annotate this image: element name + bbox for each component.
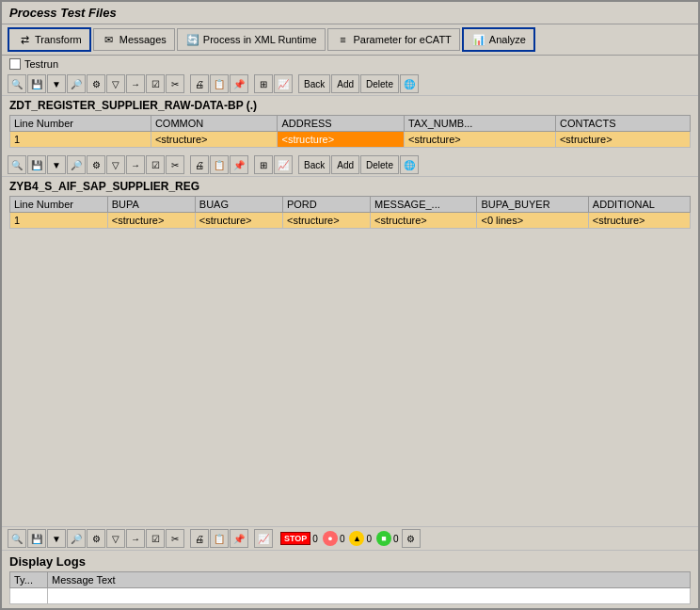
tab-transform[interactable]: ⇄ Transform	[8, 27, 91, 52]
save-btn-2[interactable]: 💾	[27, 155, 46, 174]
filter-btn-bot[interactable]: ▼	[47, 529, 66, 548]
chart-btn-1[interactable]: 📈	[274, 74, 293, 93]
table2: Line Number BUPA BUAG PORD MESSAGE_... B…	[9, 196, 691, 229]
settings2-btn-2[interactable]: 🌐	[400, 155, 419, 174]
search-btn-2[interactable]: 🔎	[67, 155, 86, 174]
settings-btn-2[interactable]: ⚙	[87, 155, 105, 174]
tab-parameter-label: Parameter for eCATT	[354, 34, 452, 45]
paste-btn-2[interactable]: 📌	[230, 155, 248, 174]
print-btn-2[interactable]: 🖨	[190, 155, 209, 174]
table1-col-linenumber: Line Number	[10, 116, 151, 132]
filter-btn-1[interactable]: ▼	[47, 74, 66, 93]
tab-bar: ⇄ Transform ✉ Messages 🔄 Process in XML …	[2, 24, 698, 56]
paste-btn-bot[interactable]: 📌	[230, 529, 248, 548]
copy-btn-bot[interactable]: 📋	[210, 529, 229, 548]
settings-btn-bot[interactable]: ⚙	[87, 529, 105, 548]
red-light-icon: ●	[323, 531, 338, 546]
table1-cell-taxnumb: <structure>	[405, 132, 556, 148]
tab-transform-label: Transform	[35, 34, 82, 45]
table2-col-pord: PORD	[282, 197, 370, 213]
cut-btn-bot[interactable]: ✂	[166, 529, 184, 548]
arrow-btn-2[interactable]: →	[126, 155, 145, 174]
filter2-btn-bot[interactable]: ▽	[106, 529, 125, 548]
table2-col-linenumber: Line Number	[10, 197, 108, 213]
delete-label-1: Delete	[366, 79, 393, 89]
testrun-checkbox[interactable]	[9, 58, 21, 70]
cut-btn-2[interactable]: ✂	[166, 155, 184, 174]
back-btn-1[interactable]: Back	[298, 74, 330, 93]
green-count: 0	[393, 534, 399, 544]
print-btn-1[interactable]: 🖨	[190, 74, 209, 93]
add-btn-1[interactable]: Add	[331, 74, 359, 93]
add-btn-2[interactable]: Add	[331, 155, 359, 174]
filter2-btn-1[interactable]: ▽	[106, 74, 125, 93]
select-btn-1[interactable]: ☑	[146, 74, 165, 93]
settings3-btn-bot[interactable]: ⚙	[402, 529, 421, 548]
copy-btn-1[interactable]: 📋	[210, 74, 229, 93]
window-title: Process Test Files	[9, 6, 117, 20]
cut-btn-1[interactable]: ✂	[166, 74, 184, 93]
parameter-icon: ≡	[336, 32, 351, 47]
table2-col-bupa: BUPA	[107, 197, 195, 213]
zoom-btn-1[interactable]: 🔍	[8, 74, 26, 93]
settings-btn-1[interactable]: ⚙	[87, 74, 105, 93]
chart-btn-2[interactable]: 📈	[274, 155, 293, 174]
zoom-btn-2[interactable]: 🔍	[8, 155, 26, 174]
spacer-mid	[2, 229, 698, 526]
logs-cell-type	[10, 588, 48, 604]
table2-cell-additional: <structure>	[588, 213, 690, 229]
bottom-toolbar: 🔍 💾 ▼ 🔎 ⚙ ▽ → ☑ ✂ 🖨 📋 📌 📈 STOP 0 ●	[2, 526, 698, 551]
tab-messages[interactable]: ✉ Messages	[93, 28, 175, 51]
table1-col-common: COMMON	[151, 116, 278, 132]
paste-btn-1[interactable]: 📌	[230, 74, 248, 93]
tab-process-xml[interactable]: 🔄 Process in XML Runtime	[177, 28, 326, 51]
table1-cell-common: <structure>	[151, 132, 278, 148]
select-btn-2[interactable]: ☑	[146, 155, 165, 174]
save-btn-bot[interactable]: 💾	[27, 529, 46, 548]
toolbar-row-2: 🔍 💾 ▼ 🔎 ⚙ ▽ → ☑ ✂ 🖨 📋 📌 ⊞ 📈 Back Add	[2, 153, 698, 177]
yellow-light-icon: ▲	[349, 531, 364, 546]
yellow-indicator: ▲ 0	[349, 531, 372, 546]
arrow-btn-1[interactable]: →	[126, 74, 145, 93]
table2-col-additional: ADDITIONAL	[588, 197, 690, 213]
table2-cell-pord: <structure>	[282, 213, 370, 229]
filter2-btn-2[interactable]: ▽	[106, 155, 125, 174]
print-btn-bot[interactable]: 🖨	[190, 529, 209, 548]
table2-cell-buag: <structure>	[195, 213, 282, 229]
tab-process-xml-label: Process in XML Runtime	[203, 34, 317, 45]
add-label-1: Add	[337, 79, 354, 89]
table1-col-address: ADDRESS	[278, 116, 405, 132]
search-btn-1[interactable]: 🔎	[67, 74, 86, 93]
filter-btn-2[interactable]: ▼	[47, 155, 66, 174]
grid-btn-2[interactable]: ⊞	[254, 155, 273, 174]
chart-btn-bot[interactable]: 📈	[254, 529, 273, 548]
testrun-label: Testrun	[24, 58, 58, 70]
table1-col-contacts: CONTACTS	[555, 116, 690, 132]
table1-cell-address: <structure>	[278, 132, 405, 148]
table2-row-1[interactable]: 1 <structure> <structure> <structure> <s…	[10, 213, 691, 229]
display-logs-title: Display Logs	[9, 554, 691, 569]
back-btn-2[interactable]: Back	[298, 155, 330, 174]
main-window: Process Test Files ⇄ Transform ✉ Message…	[0, 0, 700, 610]
grid-btn-1[interactable]: ⊞	[254, 74, 273, 93]
delete-btn-2[interactable]: Delete	[360, 155, 399, 174]
testrun-row: Testrun	[2, 56, 698, 72]
copy-btn-2[interactable]: 📋	[210, 155, 229, 174]
table2-cell-linenumber: 1	[10, 213, 108, 229]
logs-empty-row	[10, 588, 691, 604]
red-indicator: ● 0	[323, 531, 345, 546]
search-btn-bot[interactable]: 🔎	[67, 529, 86, 548]
logs-col-message: Message Text	[48, 572, 691, 588]
zoom-btn-bot[interactable]: 🔍	[8, 529, 26, 548]
settings2-btn-1[interactable]: 🌐	[400, 74, 419, 93]
arrow-btn-bot[interactable]: →	[126, 529, 145, 548]
select-btn-bot[interactable]: ☑	[146, 529, 165, 548]
delete-btn-1[interactable]: Delete	[360, 74, 399, 93]
save-btn-1[interactable]: 💾	[27, 74, 46, 93]
messages-icon: ✉	[102, 32, 117, 47]
analyze-icon: 📊	[471, 32, 486, 47]
logs-table: Ty... Message Text	[9, 571, 691, 604]
tab-parameter[interactable]: ≡ Parameter for eCATT	[327, 28, 460, 51]
table1-row-1[interactable]: 1 <structure> <structure> <structure> <s…	[10, 132, 691, 148]
tab-analyze[interactable]: 📊 Analyze	[462, 27, 535, 52]
